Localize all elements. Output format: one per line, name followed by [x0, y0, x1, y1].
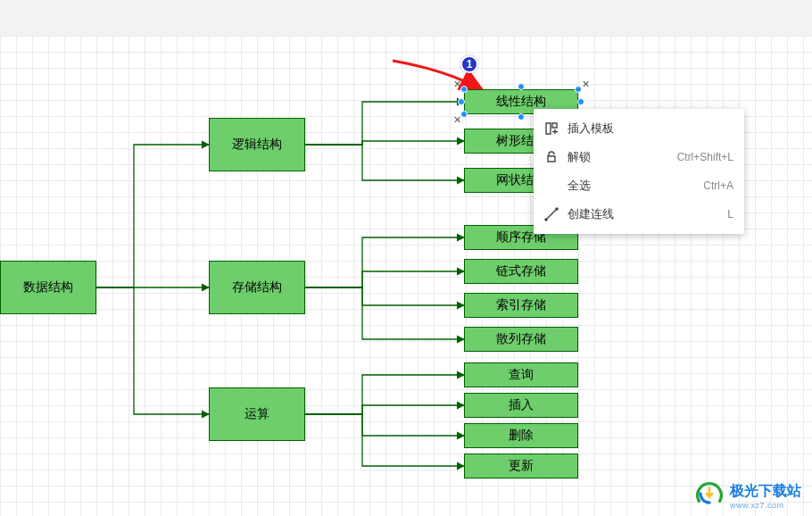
- node-branch-operation[interactable]: 运算: [209, 387, 305, 441]
- menu-item-shortcut: Ctrl+Shift+L: [677, 151, 733, 163]
- menu-item-select-all[interactable]: 全选 Ctrl+A: [534, 171, 744, 200]
- menu-item-label: 创建连线: [568, 206, 614, 222]
- node-branch-storage[interactable]: 存储结构: [209, 261, 305, 314]
- diagram-canvas[interactable]: 数据结构 逻辑结构 线性结构 树形结构 网状结构 存储结构 顺序存储 链式存储 …: [0, 36, 812, 516]
- node-label: 线性结构: [496, 94, 546, 110]
- logo-icon: [694, 480, 725, 511]
- node-label: 删除: [509, 428, 534, 444]
- node-op-update[interactable]: 更新: [464, 454, 578, 479]
- selection-handle[interactable]: [518, 113, 525, 121]
- context-menu: 插入模板 解锁 Ctrl+Shift+L 全选 Ctrl+A: [534, 109, 744, 234]
- node-label: 插入: [509, 397, 534, 413]
- connection-point-icon[interactable]: ✕: [453, 114, 461, 126]
- selection-handle[interactable]: [575, 86, 582, 93]
- node-op-query[interactable]: 查询: [464, 362, 578, 387]
- blank-icon: [544, 179, 559, 193]
- node-op-delete[interactable]: 删除: [464, 423, 578, 448]
- node-label: 查询: [509, 367, 534, 383]
- selection-handle[interactable]: [518, 83, 525, 90]
- site-logo: 极光下载站 www.xz7.com: [694, 480, 801, 511]
- menu-item-unlock[interactable]: 解锁 Ctrl+Shift+L: [534, 143, 744, 171]
- step-badge-1: 1: [460, 55, 478, 73]
- menu-item-label: 插入模板: [568, 121, 614, 137]
- selection-handle[interactable]: [458, 98, 465, 105]
- node-label: 存储结构: [232, 279, 282, 295]
- node-label: 数据结构: [23, 279, 73, 295]
- selection-handle[interactable]: [460, 111, 468, 118]
- node-op-insert[interactable]: 插入: [464, 393, 578, 418]
- connection-point-icon[interactable]: ✕: [453, 79, 461, 90]
- node-hash-storage[interactable]: 散列存储: [464, 327, 578, 352]
- node-label: 散列存储: [496, 331, 546, 347]
- top-toolbar: [0, 0, 812, 36]
- menu-item-create-connector[interactable]: 创建连线 L: [534, 200, 744, 229]
- logo-url: www.xz7.com: [730, 501, 801, 510]
- node-root[interactable]: 数据结构: [0, 261, 96, 314]
- node-index-storage[interactable]: 索引存储: [464, 293, 578, 318]
- selection-handle[interactable]: [577, 98, 584, 105]
- node-label: 链式存储: [496, 263, 546, 279]
- connector-icon: [544, 207, 559, 221]
- menu-item-label: 全选: [568, 178, 591, 194]
- svg-point-1: [555, 207, 559, 211]
- node-label: 索引存储: [496, 297, 546, 313]
- node-label: 逻辑结构: [232, 137, 282, 153]
- node-branch-logic[interactable]: 逻辑结构: [209, 118, 305, 171]
- menu-item-shortcut: Ctrl+A: [703, 179, 733, 192]
- node-label: 运算: [244, 406, 269, 422]
- node-linked-storage[interactable]: 链式存储: [464, 259, 578, 284]
- insert-template-icon: [544, 121, 559, 136]
- menu-item-insert-template[interactable]: 插入模板: [534, 114, 744, 143]
- unlock-icon: [544, 150, 559, 164]
- connection-point-icon[interactable]: ✕: [582, 79, 590, 90]
- node-label: 更新: [509, 458, 534, 474]
- logo-title: 极光下载站: [730, 483, 801, 498]
- selection-handle[interactable]: [460, 86, 468, 93]
- svg-point-0: [544, 218, 548, 221]
- menu-item-shortcut: L: [727, 208, 733, 221]
- menu-item-label: 解锁: [568, 149, 591, 165]
